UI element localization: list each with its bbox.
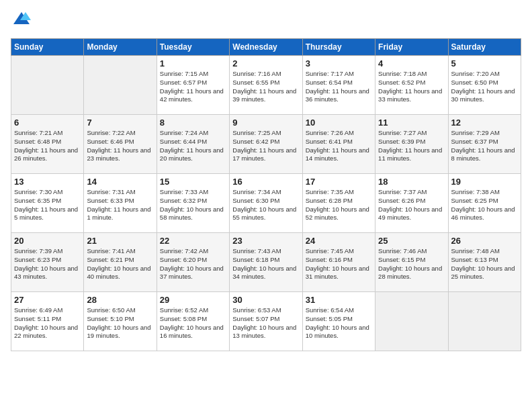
day-number: 17 (306, 177, 372, 187)
calendar-cell (84, 56, 157, 115)
calendar-cell: 23Sunrise: 7:43 AM Sunset: 6:18 PM Dayli… (230, 233, 302, 292)
day-info: Sunrise: 7:26 AM Sunset: 6:41 PM Dayligh… (306, 129, 372, 163)
day-info: Sunrise: 7:16 AM Sunset: 6:55 PM Dayligh… (232, 70, 299, 104)
day-number: 11 (378, 118, 445, 128)
calendar-cell: 17Sunrise: 7:35 AM Sunset: 6:28 PM Dayli… (302, 174, 375, 233)
logo-text (11, 11, 31, 30)
calendar-cell: 10Sunrise: 7:26 AM Sunset: 6:41 PM Dayli… (302, 115, 375, 174)
column-header-thursday: Thursday (302, 39, 375, 56)
logo (11, 11, 31, 30)
day-info: Sunrise: 6:49 AM Sunset: 5:11 PM Dayligh… (14, 306, 81, 340)
day-number: 25 (378, 236, 445, 246)
day-number: 14 (87, 177, 153, 187)
day-number: 30 (232, 295, 299, 305)
day-number: 21 (87, 236, 153, 246)
calendar-cell: 8Sunrise: 7:24 AM Sunset: 6:44 PM Daylig… (157, 115, 229, 174)
calendar-cell: 4Sunrise: 7:18 AM Sunset: 6:52 PM Daylig… (375, 56, 448, 115)
calendar-cell: 18Sunrise: 7:37 AM Sunset: 6:26 PM Dayli… (375, 174, 448, 233)
day-info: Sunrise: 7:22 AM Sunset: 6:46 PM Dayligh… (87, 129, 153, 163)
calendar-cell: 14Sunrise: 7:31 AM Sunset: 6:33 PM Dayli… (84, 174, 157, 233)
day-info: Sunrise: 7:34 AM Sunset: 6:30 PM Dayligh… (232, 188, 299, 222)
day-number: 27 (14, 295, 81, 305)
day-info: Sunrise: 7:21 AM Sunset: 6:48 PM Dayligh… (14, 129, 81, 163)
day-number: 6 (14, 118, 81, 128)
column-header-tuesday: Tuesday (157, 39, 229, 56)
calendar-week-1: 1Sunrise: 7:15 AM Sunset: 6:57 PM Daylig… (11, 56, 521, 115)
page-header (11, 11, 521, 30)
calendar-cell (11, 56, 84, 115)
calendar-cell: 15Sunrise: 7:33 AM Sunset: 6:32 PM Dayli… (157, 174, 229, 233)
day-number: 29 (160, 295, 226, 305)
calendar-cell: 1Sunrise: 7:15 AM Sunset: 6:57 PM Daylig… (157, 56, 229, 115)
day-number: 3 (306, 58, 372, 68)
column-header-friday: Friday (375, 39, 448, 56)
day-number: 5 (451, 58, 518, 68)
day-number: 20 (14, 236, 81, 246)
calendar-week-4: 20Sunrise: 7:39 AM Sunset: 6:23 PM Dayli… (11, 233, 521, 292)
day-info: Sunrise: 7:17 AM Sunset: 6:54 PM Dayligh… (306, 70, 372, 104)
calendar-cell: 20Sunrise: 7:39 AM Sunset: 6:23 PM Dayli… (11, 233, 84, 292)
calendar-cell: 30Sunrise: 6:53 AM Sunset: 5:07 PM Dayli… (230, 292, 302, 351)
calendar-cell (375, 292, 448, 351)
calendar-cell: 22Sunrise: 7:42 AM Sunset: 6:20 PM Dayli… (157, 233, 229, 292)
day-info: Sunrise: 6:50 AM Sunset: 5:10 PM Dayligh… (87, 306, 153, 340)
column-header-sunday: Sunday (11, 39, 84, 56)
column-header-wednesday: Wednesday (230, 39, 302, 56)
column-header-saturday: Saturday (448, 39, 521, 56)
day-number: 24 (306, 236, 372, 246)
calendar-week-3: 13Sunrise: 7:30 AM Sunset: 6:35 PM Dayli… (11, 174, 521, 233)
calendar-cell: 16Sunrise: 7:34 AM Sunset: 6:30 PM Dayli… (230, 174, 302, 233)
calendar-cell: 31Sunrise: 6:54 AM Sunset: 5:05 PM Dayli… (302, 292, 375, 351)
day-info: Sunrise: 7:20 AM Sunset: 6:50 PM Dayligh… (451, 70, 518, 104)
calendar-cell: 13Sunrise: 7:30 AM Sunset: 6:35 PM Dayli… (11, 174, 84, 233)
day-number: 28 (87, 295, 153, 305)
column-header-monday: Monday (84, 39, 157, 56)
calendar-cell: 27Sunrise: 6:49 AM Sunset: 5:11 PM Dayli… (11, 292, 84, 351)
day-number: 16 (232, 177, 299, 187)
day-info: Sunrise: 7:35 AM Sunset: 6:28 PM Dayligh… (306, 188, 372, 222)
day-info: Sunrise: 7:42 AM Sunset: 6:20 PM Dayligh… (160, 247, 226, 281)
day-number: 15 (160, 177, 226, 187)
calendar-cell: 26Sunrise: 7:48 AM Sunset: 6:13 PM Dayli… (448, 233, 521, 292)
day-info: Sunrise: 7:39 AM Sunset: 6:23 PM Dayligh… (14, 247, 81, 281)
calendar-cell: 19Sunrise: 7:38 AM Sunset: 6:25 PM Dayli… (448, 174, 521, 233)
day-number: 1 (160, 58, 226, 68)
calendar-cell: 29Sunrise: 6:52 AM Sunset: 5:08 PM Dayli… (157, 292, 229, 351)
day-number: 8 (160, 118, 226, 128)
day-info: Sunrise: 6:53 AM Sunset: 5:07 PM Dayligh… (232, 306, 299, 340)
day-info: Sunrise: 7:43 AM Sunset: 6:18 PM Dayligh… (232, 247, 299, 281)
day-number: 4 (378, 58, 445, 68)
day-info: Sunrise: 7:30 AM Sunset: 6:35 PM Dayligh… (14, 188, 81, 222)
day-info: Sunrise: 6:52 AM Sunset: 5:08 PM Dayligh… (160, 306, 226, 340)
day-number: 2 (232, 58, 299, 68)
day-info: Sunrise: 7:48 AM Sunset: 6:13 PM Dayligh… (451, 247, 518, 281)
day-info: Sunrise: 7:41 AM Sunset: 6:21 PM Dayligh… (87, 247, 153, 281)
calendar-cell: 2Sunrise: 7:16 AM Sunset: 6:55 PM Daylig… (230, 56, 302, 115)
calendar-cell: 9Sunrise: 7:25 AM Sunset: 6:42 PM Daylig… (230, 115, 302, 174)
calendar-week-5: 27Sunrise: 6:49 AM Sunset: 5:11 PM Dayli… (11, 292, 521, 351)
calendar-cell: 3Sunrise: 7:17 AM Sunset: 6:54 PM Daylig… (302, 56, 375, 115)
day-number: 10 (306, 118, 372, 128)
day-info: Sunrise: 6:54 AM Sunset: 5:05 PM Dayligh… (306, 306, 372, 340)
calendar-cell (448, 292, 521, 351)
day-number: 22 (160, 236, 226, 246)
calendar-header-row: SundayMondayTuesdayWednesdayThursdayFrid… (11, 39, 521, 56)
calendar-cell: 28Sunrise: 6:50 AM Sunset: 5:10 PM Dayli… (84, 292, 157, 351)
calendar-cell: 5Sunrise: 7:20 AM Sunset: 6:50 PM Daylig… (448, 56, 521, 115)
calendar-cell: 21Sunrise: 7:41 AM Sunset: 6:21 PM Dayli… (84, 233, 157, 292)
calendar-cell: 24Sunrise: 7:45 AM Sunset: 6:16 PM Dayli… (302, 233, 375, 292)
calendar-cell: 25Sunrise: 7:46 AM Sunset: 6:15 PM Dayli… (375, 233, 448, 292)
day-number: 18 (378, 177, 445, 187)
day-number: 23 (232, 236, 299, 246)
day-info: Sunrise: 7:18 AM Sunset: 6:52 PM Dayligh… (378, 70, 445, 104)
day-number: 26 (451, 236, 518, 246)
logo-icon (12, 11, 31, 27)
day-info: Sunrise: 7:27 AM Sunset: 6:39 PM Dayligh… (378, 129, 445, 163)
day-info: Sunrise: 7:15 AM Sunset: 6:57 PM Dayligh… (160, 70, 226, 104)
day-info: Sunrise: 7:37 AM Sunset: 6:26 PM Dayligh… (378, 188, 445, 222)
day-info: Sunrise: 7:25 AM Sunset: 6:42 PM Dayligh… (232, 129, 299, 163)
calendar-cell: 6Sunrise: 7:21 AM Sunset: 6:48 PM Daylig… (11, 115, 84, 174)
day-info: Sunrise: 7:38 AM Sunset: 6:25 PM Dayligh… (451, 188, 518, 222)
day-info: Sunrise: 7:31 AM Sunset: 6:33 PM Dayligh… (87, 188, 153, 222)
day-info: Sunrise: 7:33 AM Sunset: 6:32 PM Dayligh… (160, 188, 226, 222)
